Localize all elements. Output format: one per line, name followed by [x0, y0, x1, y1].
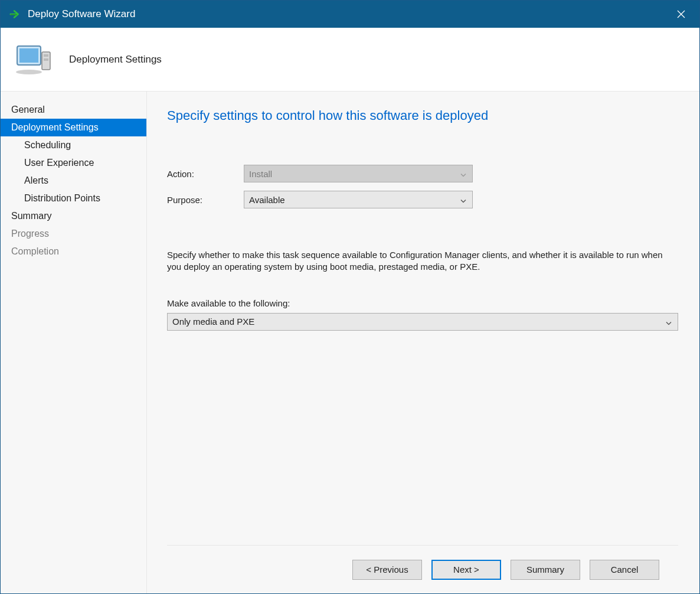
main-heading: Specify settings to control how this sof…: [167, 108, 678, 123]
cancel-button[interactable]: Cancel: [590, 560, 659, 580]
nav-alerts[interactable]: Alerts: [1, 172, 146, 190]
purpose-select[interactable]: Available: [244, 191, 473, 208]
body: General Deployment Settings Scheduling U…: [1, 92, 699, 593]
action-label: Action:: [167, 169, 244, 179]
main-panel: Specify settings to control how this sof…: [147, 92, 699, 593]
action-value: Install: [249, 169, 272, 179]
nav-scheduling[interactable]: Scheduling: [1, 136, 146, 154]
action-row: Action: Install: [167, 165, 678, 182]
page-header: Deployment Settings: [1, 28, 699, 92]
nav-deployment-settings[interactable]: Deployment Settings: [1, 119, 146, 136]
nav-distribution-points[interactable]: Distribution Points: [1, 190, 146, 207]
chevron-down-icon: [460, 195, 466, 205]
window-title: Deploy Software Wizard: [28, 8, 671, 20]
description-text: Specify whether to make this task sequen…: [167, 249, 663, 273]
nav-completion: Completion: [1, 243, 146, 260]
nav-summary[interactable]: Summary: [1, 207, 146, 225]
nav-general[interactable]: General: [1, 101, 146, 119]
svg-point-5: [16, 70, 42, 74]
chevron-down-icon: [666, 316, 672, 327]
action-select: Install: [244, 165, 473, 182]
svg-rect-1: [19, 48, 38, 63]
arrow-right-icon: [9, 8, 22, 21]
nav-progress: Progress: [1, 225, 146, 243]
close-button[interactable]: [671, 4, 691, 24]
nav-user-experience[interactable]: User Experience: [1, 154, 146, 172]
previous-button[interactable]: < Previous: [352, 560, 422, 580]
next-button[interactable]: Next >: [431, 560, 501, 580]
computer-icon: [15, 44, 53, 76]
purpose-value: Available: [249, 195, 285, 205]
wizard-sidebar: General Deployment Settings Scheduling U…: [1, 92, 147, 593]
wizard-window: Deploy Software Wizard Deployment Settin…: [0, 0, 700, 594]
titlebar: Deploy Software Wizard: [1, 1, 699, 28]
close-icon: [677, 10, 685, 18]
svg-rect-4: [44, 58, 48, 61]
purpose-label: Purpose:: [167, 195, 244, 205]
make-available-label: Make available to the following:: [167, 298, 678, 308]
make-available-select[interactable]: Only media and PXE: [167, 313, 678, 331]
svg-rect-3: [44, 54, 48, 57]
make-available-value: Only media and PXE: [172, 316, 254, 327]
summary-button[interactable]: Summary: [511, 560, 580, 580]
purpose-row: Purpose: Available: [167, 191, 678, 208]
chevron-down-icon: [460, 169, 466, 179]
page-title: Deployment Settings: [69, 54, 162, 66]
button-bar: < Previous Next > Summary Cancel: [167, 545, 678, 593]
